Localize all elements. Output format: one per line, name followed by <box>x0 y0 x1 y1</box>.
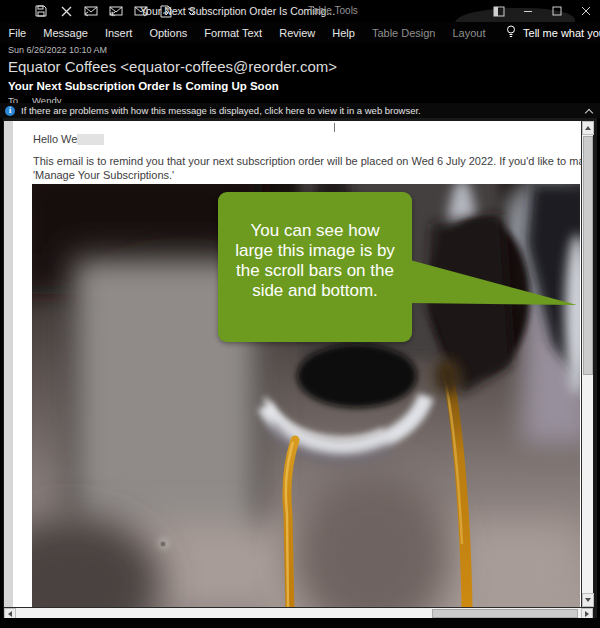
tab-options[interactable]: Options <box>141 27 196 39</box>
body-paragraph-line2: 'Manage Your Subscriptions.' <box>33 169 174 181</box>
body-paragraph-line1: This email is to remind you that your ne… <box>33 155 581 167</box>
arrow-down-icon <box>585 598 591 602</box>
arrow-right-icon <box>585 611 589 617</box>
ribbon-tab-row: File Message Insert Options Format Text … <box>0 22 600 43</box>
reply-all-icon[interactable] <box>109 4 123 18</box>
info-icon: i <box>5 106 15 116</box>
lightbulb-icon <box>506 25 516 40</box>
arrow-left-icon <box>8 611 12 617</box>
outlook-message-window: Your Next Subscription Order Is Coming..… <box>0 0 600 628</box>
vertical-scrollbar-thumb[interactable] <box>583 136 593 375</box>
scroll-up-button[interactable] <box>582 121 594 135</box>
callout-pointer <box>410 256 578 308</box>
message-subject: Your Next Subscription Order Is Coming U… <box>8 80 279 92</box>
text-cursor <box>334 123 335 132</box>
message-sender[interactable]: Equator Coffees <equator-coffees@reorder… <box>8 58 337 75</box>
scroll-down-button[interactable] <box>582 593 594 607</box>
reply-icon[interactable] <box>84 4 98 18</box>
tab-layout[interactable]: Layout <box>444 27 494 39</box>
tab-table-design[interactable]: Table Design <box>363 27 444 39</box>
tab-help[interactable]: Help <box>324 27 364 39</box>
table-tools-label: Table Tools <box>308 5 358 16</box>
delete-icon[interactable] <box>59 4 73 18</box>
collapse-header-chevron-icon[interactable] <box>586 108 593 115</box>
callout-annotation[interactable]: You can see how large this image is by t… <box>218 192 412 342</box>
horizontal-scrollbar[interactable] <box>4 607 593 618</box>
message-date: Sun 6/26/2022 10:10 AM <box>8 45 107 55</box>
tab-format-text[interactable]: Format Text <box>196 27 271 39</box>
tab-message[interactable]: Message <box>35 27 97 39</box>
vertical-scrollbar[interactable] <box>581 121 593 607</box>
window-bottom-border <box>0 618 600 628</box>
save-icon[interactable] <box>34 4 48 18</box>
tab-insert[interactable]: Insert <box>96 27 141 39</box>
window-controls <box>484 0 600 22</box>
title-bar: Your Next Subscription Order Is Coming..… <box>0 0 600 22</box>
page-left-gutter <box>4 121 13 607</box>
info-bar[interactable]: i If there are problems with how this me… <box>0 103 600 118</box>
email-body: Hello Wendy This email is to remind you … <box>13 121 581 607</box>
callout-text: You can see how large this image is by t… <box>218 221 412 301</box>
tell-me-box[interactable]: Tell me what you want to do <box>494 25 600 40</box>
info-bar-text[interactable]: If there are problems with how this mess… <box>21 105 421 116</box>
minimize-button[interactable] <box>513 0 542 22</box>
arrow-up-icon <box>585 126 591 130</box>
tab-file[interactable]: File <box>0 27 35 39</box>
tell-me-label: Tell me what you want to do <box>523 27 600 39</box>
horizontal-scrollbar-thumb[interactable] <box>432 609 578 618</box>
close-button[interactable] <box>571 0 600 22</box>
redacted-name <box>77 134 104 145</box>
window-title: Your Next Subscription Order Is Coming..… <box>140 5 335 17</box>
ribbon-display-options-button[interactable] <box>484 0 513 22</box>
tab-review[interactable]: Review <box>271 27 324 39</box>
maximize-button[interactable] <box>542 0 571 22</box>
